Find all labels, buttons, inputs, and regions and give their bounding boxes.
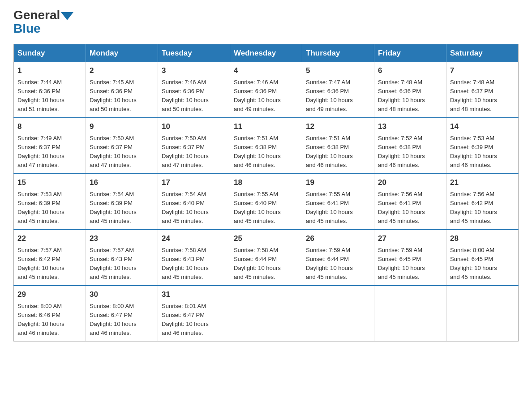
day-number: 7 [450,65,515,77]
day-info: Sunrise: 7:47 AMSunset: 6:36 PMDaylight:… [306,78,370,114]
calendar-day-cell: 9Sunrise: 7:50 AMSunset: 6:37 PMDaylight… [86,118,158,174]
calendar-day-cell: 2Sunrise: 7:45 AMSunset: 6:36 PMDaylight… [86,62,158,118]
day-number: 29 [17,289,82,300]
day-number: 12 [306,121,370,133]
day-info: Sunrise: 7:59 AMSunset: 6:45 PMDaylight:… [378,246,442,282]
calendar-empty-cell [374,286,446,342]
day-number: 8 [17,121,82,133]
day-number: 1 [17,65,82,77]
page-header: General Blue [13,9,519,36]
calendar-day-cell: 28Sunrise: 8:00 AMSunset: 6:45 PMDayligh… [446,230,519,286]
day-number: 25 [234,233,298,244]
calendar-week-row: 29Sunrise: 8:00 AMSunset: 6:46 PMDayligh… [14,286,519,342]
day-info: Sunrise: 8:00 AMSunset: 6:46 PMDaylight:… [17,302,82,338]
day-number: 30 [90,289,154,300]
day-number: 27 [378,233,442,244]
day-number: 10 [162,121,226,133]
calendar-day-cell: 20Sunrise: 7:56 AMSunset: 6:41 PMDayligh… [374,174,446,230]
calendar-table: SundayMondayTuesdayWednesdayThursdayFrid… [13,44,519,342]
day-number: 21 [450,177,515,188]
day-info: Sunrise: 7:57 AMSunset: 6:42 PMDaylight:… [17,246,82,282]
day-info: Sunrise: 7:51 AMSunset: 6:38 PMDaylight:… [234,134,298,170]
day-number: 23 [90,233,154,244]
day-info: Sunrise: 8:00 AMSunset: 6:47 PMDaylight:… [90,302,154,338]
day-info: Sunrise: 7:56 AMSunset: 6:42 PMDaylight:… [450,190,515,226]
day-number: 4 [234,65,298,77]
weekday-header-monday: Monday [86,44,158,63]
calendar-day-cell: 10Sunrise: 7:50 AMSunset: 6:37 PMDayligh… [158,118,230,174]
day-info: Sunrise: 7:44 AMSunset: 6:36 PMDaylight:… [17,78,82,114]
day-number: 9 [90,121,154,133]
day-info: Sunrise: 7:54 AMSunset: 6:40 PMDaylight:… [162,190,226,226]
logo-arrow-icon [61,12,73,20]
weekday-header-friday: Friday [374,44,446,63]
day-number: 13 [378,121,442,133]
day-number: 6 [378,65,442,77]
day-number: 2 [90,65,154,77]
calendar-day-cell: 27Sunrise: 7:59 AMSunset: 6:45 PMDayligh… [374,230,446,286]
day-info: Sunrise: 7:55 AMSunset: 6:40 PMDaylight:… [234,190,298,226]
calendar-day-cell: 30Sunrise: 8:00 AMSunset: 6:47 PMDayligh… [86,286,158,342]
day-info: Sunrise: 7:46 AMSunset: 6:36 PMDaylight:… [162,78,226,114]
weekday-header-sunday: Sunday [14,44,86,63]
weekday-header-wednesday: Wednesday [230,44,302,63]
calendar-empty-cell [446,286,519,342]
calendar-day-cell: 31Sunrise: 8:01 AMSunset: 6:47 PMDayligh… [158,286,230,342]
calendar-day-cell: 17Sunrise: 7:54 AMSunset: 6:40 PMDayligh… [158,174,230,230]
weekday-header-row: SundayMondayTuesdayWednesdayThursdayFrid… [14,44,519,63]
calendar-day-cell: 25Sunrise: 7:58 AMSunset: 6:44 PMDayligh… [230,230,302,286]
calendar-day-cell: 18Sunrise: 7:55 AMSunset: 6:40 PMDayligh… [230,174,302,230]
calendar-day-cell: 12Sunrise: 7:51 AMSunset: 6:38 PMDayligh… [302,118,374,174]
calendar-day-cell: 7Sunrise: 7:48 AMSunset: 6:37 PMDaylight… [446,62,519,118]
day-info: Sunrise: 7:49 AMSunset: 6:37 PMDaylight:… [17,134,82,170]
day-number: 28 [450,233,515,244]
day-info: Sunrise: 7:45 AMSunset: 6:36 PMDaylight:… [90,78,154,114]
calendar-day-cell: 11Sunrise: 7:51 AMSunset: 6:38 PMDayligh… [230,118,302,174]
calendar-day-cell: 15Sunrise: 7:53 AMSunset: 6:39 PMDayligh… [14,174,86,230]
calendar-week-row: 8Sunrise: 7:49 AMSunset: 6:37 PMDaylight… [14,118,519,174]
day-number: 31 [162,289,226,300]
day-info: Sunrise: 7:46 AMSunset: 6:36 PMDaylight:… [234,78,298,114]
day-number: 24 [162,233,226,244]
calendar-week-row: 1Sunrise: 7:44 AMSunset: 6:36 PMDaylight… [14,62,519,118]
logo-general-text: General [13,9,60,21]
day-info: Sunrise: 7:55 AMSunset: 6:41 PMDaylight:… [306,190,370,226]
calendar-day-cell: 19Sunrise: 7:55 AMSunset: 6:41 PMDayligh… [302,174,374,230]
day-number: 17 [162,177,226,188]
day-info: Sunrise: 7:57 AMSunset: 6:43 PMDaylight:… [90,246,154,282]
day-info: Sunrise: 7:53 AMSunset: 6:39 PMDaylight:… [450,134,515,170]
day-number: 26 [306,233,370,244]
calendar-week-row: 15Sunrise: 7:53 AMSunset: 6:39 PMDayligh… [14,174,519,230]
calendar-day-cell: 3Sunrise: 7:46 AMSunset: 6:36 PMDaylight… [158,62,230,118]
calendar-day-cell: 16Sunrise: 7:54 AMSunset: 6:39 PMDayligh… [86,174,158,230]
day-number: 15 [17,177,82,188]
day-number: 20 [378,177,442,188]
weekday-header-saturday: Saturday [446,44,519,63]
calendar-day-cell: 26Sunrise: 7:59 AMSunset: 6:44 PMDayligh… [302,230,374,286]
day-number: 11 [234,121,298,133]
day-info: Sunrise: 8:01 AMSunset: 6:47 PMDaylight:… [162,302,226,338]
calendar-day-cell: 22Sunrise: 7:57 AMSunset: 6:42 PMDayligh… [14,230,86,286]
day-number: 19 [306,177,370,188]
day-number: 22 [17,233,82,244]
calendar-week-row: 22Sunrise: 7:57 AMSunset: 6:42 PMDayligh… [14,230,519,286]
day-info: Sunrise: 8:00 AMSunset: 6:45 PMDaylight:… [450,246,515,282]
day-info: Sunrise: 7:58 AMSunset: 6:43 PMDaylight:… [162,246,226,282]
day-number: 14 [450,121,515,133]
calendar-day-cell: 5Sunrise: 7:47 AMSunset: 6:36 PMDaylight… [302,62,374,118]
day-info: Sunrise: 7:50 AMSunset: 6:37 PMDaylight:… [162,134,226,170]
calendar-day-cell: 4Sunrise: 7:46 AMSunset: 6:36 PMDaylight… [230,62,302,118]
day-info: Sunrise: 7:56 AMSunset: 6:41 PMDaylight:… [378,190,442,226]
day-info: Sunrise: 7:59 AMSunset: 6:44 PMDaylight:… [306,246,370,282]
day-info: Sunrise: 7:58 AMSunset: 6:44 PMDaylight:… [234,246,298,282]
calendar-day-cell: 6Sunrise: 7:48 AMSunset: 6:36 PMDaylight… [374,62,446,118]
day-number: 3 [162,65,226,77]
day-number: 16 [90,177,154,188]
weekday-header-tuesday: Tuesday [158,44,230,63]
day-info: Sunrise: 7:50 AMSunset: 6:37 PMDaylight:… [90,134,154,170]
calendar-day-cell: 29Sunrise: 8:00 AMSunset: 6:46 PMDayligh… [14,286,86,342]
calendar-day-cell: 1Sunrise: 7:44 AMSunset: 6:36 PMDaylight… [14,62,86,118]
calendar-day-cell: 23Sunrise: 7:57 AMSunset: 6:43 PMDayligh… [86,230,158,286]
day-number: 5 [306,65,370,77]
weekday-header-thursday: Thursday [302,44,374,63]
